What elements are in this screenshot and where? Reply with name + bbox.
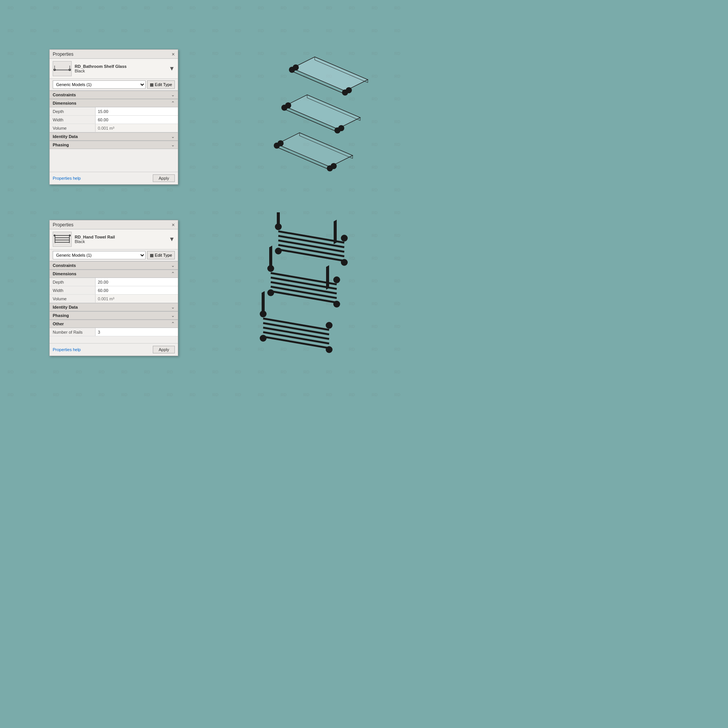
volume-value-bottom: 0.001 m³	[95, 295, 178, 303]
width-row-top: Width 60.00	[50, 116, 178, 124]
object-name-bottom: RD_Hand Towel Rail	[75, 235, 166, 239]
spacer-bottom	[50, 336, 178, 343]
phasing-collapse-bottom[interactable]: ⌄	[171, 313, 175, 318]
depth-value-top[interactable]: 15.00	[95, 107, 178, 115]
svg-point-71	[326, 322, 333, 329]
identity-section-top: Identity Data ⌄	[50, 132, 178, 141]
svg-point-48	[275, 223, 282, 230]
svg-point-49	[341, 235, 348, 242]
svg-rect-4	[69, 66, 70, 70]
dimensions-label-bottom: Dimensions	[53, 271, 76, 276]
depth-label-top: Depth	[50, 109, 95, 114]
constraints-collapse-top[interactable]: ⌄	[171, 92, 175, 97]
other-section-bottom: Other ⌃	[50, 320, 178, 328]
towel-rail-drawing	[228, 212, 394, 387]
thumbnail-rail-icon	[53, 232, 71, 246]
svg-rect-58	[334, 220, 337, 244]
close-button-bottom[interactable]: ×	[172, 222, 175, 228]
panel-titlebar-bottom: Properties ×	[50, 220, 178, 229]
depth-row-bottom: Depth 20.00	[50, 278, 178, 286]
svg-point-32	[285, 102, 291, 108]
generic-models-select-top[interactable]: Generic Models (1)	[53, 80, 146, 89]
constraints-label-top: Constraints	[53, 93, 76, 97]
panel-footer-bottom: Properties help Apply	[50, 343, 178, 356]
panel-footer-top: Properties help Apply	[50, 172, 178, 184]
properties-panel-top: Properties × RD_Bathroom Shelf Glass Bla…	[49, 49, 178, 185]
constraints-collapse-bottom[interactable]: ⌄	[171, 263, 175, 268]
svg-rect-0	[54, 69, 70, 71]
thumbnail-shelf-icon	[53, 62, 71, 75]
panel-title-top: Properties	[53, 52, 74, 57]
volume-label-top: Volume	[50, 126, 95, 130]
other-label-bottom: Other	[53, 322, 64, 326]
svg-point-66	[267, 289, 274, 296]
svg-point-67	[333, 301, 340, 308]
apply-button-bottom[interactable]: Apply	[153, 346, 175, 353]
svg-rect-12	[69, 235, 70, 243]
svg-point-70	[260, 311, 267, 317]
svg-marker-35	[277, 133, 353, 167]
dimensions-collapse-top[interactable]: ⌃	[171, 100, 175, 106]
dimensions-section-top: Dimensions ⌃	[50, 99, 178, 107]
panel-name-block-top: RD_Bathroom Shelf Glass Black	[75, 64, 166, 73]
svg-marker-13	[292, 57, 368, 91]
depth-row-top: Depth 15.00	[50, 107, 178, 116]
dimensions-collapse-bottom[interactable]: ⌃	[171, 271, 175, 276]
width-label-bottom: Width	[50, 288, 95, 293]
svg-point-56	[341, 259, 348, 266]
svg-rect-3	[54, 66, 55, 70]
constraints-label-bottom: Constraints	[53, 263, 76, 268]
panel-header-top: RD_Bathroom Shelf Glass Black ▼	[50, 59, 178, 79]
svg-point-60	[333, 276, 340, 283]
svg-rect-8	[55, 237, 70, 238]
svg-rect-10	[55, 242, 70, 243]
identity-label-top: Identity Data	[53, 134, 78, 139]
close-button-top[interactable]: ×	[172, 52, 175, 57]
dimensions-section-bottom: Dimensions ⌃	[50, 270, 178, 278]
svg-point-34	[338, 125, 344, 131]
edit-type-button-bottom[interactable]: ▦ Edit Type	[147, 251, 175, 259]
panel-name-block-bottom: RD_Hand Towel Rail Black	[75, 235, 166, 244]
rails-value-bottom[interactable]: 3	[95, 328, 178, 336]
identity-collapse-top[interactable]: ⌄	[171, 134, 175, 139]
svg-rect-9	[55, 240, 70, 240]
panel-scroll-top[interactable]: ▼	[169, 61, 175, 76]
phasing-collapse-top[interactable]: ⌄	[171, 142, 175, 147]
volume-row-top: Volume 0.001 m³	[50, 124, 178, 132]
phasing-section-bottom: Phasing ⌄	[50, 311, 178, 320]
other-collapse-bottom[interactable]: ⌃	[171, 321, 175, 326]
svg-marker-24	[284, 95, 360, 129]
object-name-top: RD_Bathroom Shelf Glass	[75, 64, 166, 69]
panel-title-bottom: Properties	[53, 222, 74, 228]
generic-models-select-bottom[interactable]: Generic Models (1)	[53, 251, 146, 259]
svg-point-45	[331, 163, 337, 169]
width-value-top[interactable]: 60.00	[95, 116, 178, 124]
identity-label-bottom: Identity Data	[53, 305, 78, 309]
edit-type-button-top[interactable]: ▦ Edit Type	[147, 80, 175, 89]
identity-section-bottom: Identity Data ⌄	[50, 303, 178, 311]
volume-label-bottom: Volume	[50, 297, 95, 301]
volume-value-top: 0.001 m³	[95, 124, 178, 132]
apply-button-top[interactable]: Apply	[153, 174, 175, 182]
identity-collapse-bottom[interactable]: ⌄	[171, 304, 175, 310]
dimensions-label-top: Dimensions	[53, 101, 76, 105]
panel-thumbnail-bottom	[53, 232, 72, 247]
edit-type-icon-bottom: ▦	[150, 253, 154, 258]
depth-value-bottom[interactable]: 20.00	[95, 278, 178, 286]
properties-help-link-top[interactable]: Properties help	[53, 176, 81, 180]
properties-help-link-bottom[interactable]: Properties help	[53, 347, 81, 352]
phasing-label-top: Phasing	[53, 143, 69, 147]
rails-row-bottom: Number of Rails 3	[50, 328, 178, 336]
svg-rect-11	[55, 235, 55, 243]
constraints-section-bottom: Constraints ⌄	[50, 261, 178, 270]
svg-rect-7	[55, 235, 70, 236]
width-value-bottom[interactable]: 60.00	[95, 286, 178, 294]
spacer-top	[50, 149, 178, 172]
volume-row-bottom: Volume 0.001 m³	[50, 295, 178, 303]
edit-type-icon: ▦	[150, 82, 154, 87]
panel-scroll-bottom[interactable]: ▼	[169, 232, 175, 247]
svg-point-59	[267, 265, 274, 272]
width-row-bottom: Width 60.00	[50, 286, 178, 295]
object-type-bottom: Black	[75, 239, 166, 244]
phasing-label-bottom: Phasing	[53, 313, 69, 318]
